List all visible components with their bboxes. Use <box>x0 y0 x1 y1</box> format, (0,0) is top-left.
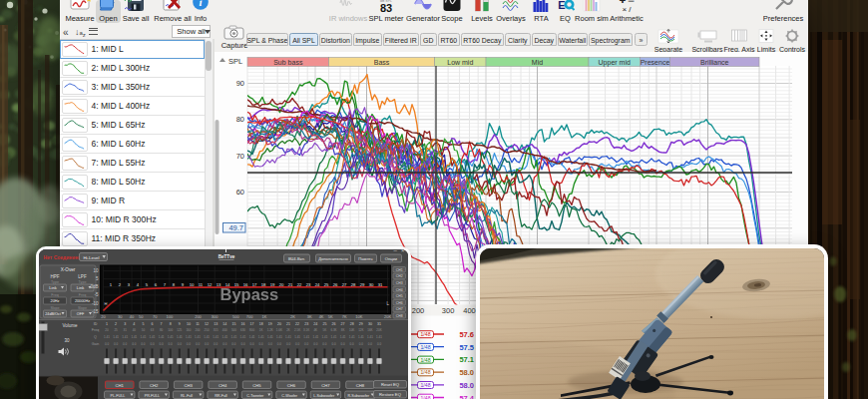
svg-text:1: 1 <box>106 322 108 326</box>
svg-text:0.0: 0.0 <box>168 342 173 346</box>
svg-text:L-Subwoofer: L-Subwoofer <box>313 393 335 397</box>
svg-text:0.0: 0.0 <box>304 342 309 346</box>
svg-text:1/48: 1/48 <box>420 395 430 399</box>
svg-text:0.0: 0.0 <box>123 342 128 346</box>
svg-text:0.0: 0.0 <box>249 342 254 346</box>
svg-text:15: 15 <box>233 281 238 286</box>
svg-text:500: 500 <box>230 328 235 332</box>
svg-text:31: 31 <box>123 328 127 332</box>
svg-text:315: 315 <box>213 328 217 332</box>
svg-text:Low mid: Low mid <box>447 59 473 66</box>
svg-text:0.0: 0.0 <box>150 342 155 346</box>
svg-text:CH3: CH3 <box>395 280 402 284</box>
svg-text:500: 500 <box>231 314 238 319</box>
svg-text:0.0: 0.0 <box>285 342 290 346</box>
svg-text:19: 19 <box>267 322 271 326</box>
svg-text:300: 300 <box>211 314 217 319</box>
svg-text:Freq: Freq <box>91 328 98 332</box>
svg-text:0.0: 0.0 <box>214 342 218 346</box>
svg-text:22: 22 <box>295 322 299 326</box>
svg-text:50: 50 <box>139 314 144 319</box>
svg-text:23: 23 <box>305 281 310 286</box>
svg-text:PL-FULL: PL-FULL <box>110 393 125 397</box>
svg-text:630: 630 <box>239 328 244 332</box>
svg-text:70: 70 <box>236 152 244 161</box>
svg-text:CH3: CH3 <box>184 382 193 387</box>
svg-text:11: 11 <box>198 281 203 286</box>
svg-text:5K: 5K <box>327 314 332 319</box>
svg-text:12: 12 <box>207 281 212 286</box>
svg-text:57.4: 57.4 <box>459 394 474 399</box>
svg-text:49.7: 49.7 <box>228 223 243 232</box>
svg-text:1.41: 1.41 <box>140 335 146 339</box>
svg-text:1.41: 1.41 <box>248 335 254 339</box>
svg-text:7K: 7K <box>341 314 346 319</box>
svg-text:10: 10 <box>93 268 99 273</box>
svg-text:1.2K: 1.2K <box>266 328 272 332</box>
svg-text:200: 200 <box>195 314 202 319</box>
svg-text:Type: Type <box>78 279 86 283</box>
svg-text:14: 14 <box>224 281 229 286</box>
svg-text:2.5K: 2.5K <box>294 328 300 332</box>
svg-text:8K: 8K <box>340 328 344 332</box>
svg-text:PR-FULL: PR-FULL <box>144 393 159 397</box>
svg-text:26: 26 <box>331 322 335 326</box>
svg-text:H: H <box>104 300 107 305</box>
svg-text:Restore EQ: Restore EQ <box>379 392 402 397</box>
svg-text:0dB: 0dB <box>90 284 98 289</box>
svg-text:13: 13 <box>216 281 220 286</box>
svg-text:RR-Full: RR-Full <box>215 393 227 397</box>
svg-text:1.41: 1.41 <box>230 335 236 339</box>
svg-text:24dB/Oct: 24dB/Oct <box>45 312 60 316</box>
svg-text:ВЧ4-Вкл.: ВЧ4-Вкл. <box>287 255 304 260</box>
svg-text:8: 8 <box>169 322 171 326</box>
svg-text:5: 5 <box>142 322 144 326</box>
svg-text:60: 60 <box>236 188 244 197</box>
svg-text:Нет Соединения: Нет Соединения <box>43 254 84 260</box>
svg-text:1.41: 1.41 <box>122 335 128 339</box>
svg-text:6: 6 <box>151 322 153 326</box>
svg-text:4K: 4K <box>313 328 317 332</box>
svg-text:7: 7 <box>160 322 162 326</box>
svg-text:0.0: 0.0 <box>177 342 182 346</box>
svg-text:12: 12 <box>205 322 209 326</box>
svg-text:1.41: 1.41 <box>257 335 263 339</box>
svg-text:Freq: Freq <box>78 292 85 296</box>
svg-text:20: 20 <box>276 322 280 326</box>
svg-text:26: 26 <box>332 281 337 286</box>
svg-text:30: 30 <box>117 314 122 319</box>
svg-text:1/48: 1/48 <box>420 331 430 337</box>
svg-text:CH5: CH5 <box>395 294 402 298</box>
svg-text:CH8: CH8 <box>395 313 402 317</box>
svg-text:CH8: CH8 <box>355 382 364 387</box>
svg-text:Mid: Mid <box>532 59 543 66</box>
svg-text:1.41: 1.41 <box>176 335 182 339</box>
svg-text:HPF: HPF <box>50 273 59 278</box>
svg-text:0.0: 0.0 <box>313 342 318 346</box>
svg-text:1.41: 1.41 <box>195 335 201 339</box>
svg-text:0.0: 0.0 <box>114 342 119 346</box>
svg-text:Slope: Slope <box>77 305 86 309</box>
svg-text:Bass: Bass <box>374 59 390 66</box>
svg-text:1/48: 1/48 <box>420 344 430 350</box>
svg-text:3.1K: 3.1K <box>303 328 309 332</box>
svg-text:Gain: Gain <box>91 342 99 346</box>
svg-text:25: 25 <box>322 322 326 326</box>
svg-text:9: 9 <box>178 322 180 326</box>
svg-text:1/48: 1/48 <box>420 382 430 388</box>
svg-text:400: 400 <box>463 306 476 315</box>
svg-text:0.0: 0.0 <box>186 342 191 346</box>
svg-text:1.41: 1.41 <box>285 335 291 339</box>
svg-text:23: 23 <box>304 322 308 326</box>
svg-text:CH2: CH2 <box>149 382 158 387</box>
svg-text:1.41: 1.41 <box>113 335 119 339</box>
svg-text:200: 200 <box>412 306 425 315</box>
svg-text:Память: Память <box>358 255 372 260</box>
svg-text:0.0: 0.0 <box>367 342 372 346</box>
svg-text:Volume: Volume <box>62 322 78 327</box>
svg-text:Brilliance: Brilliance <box>700 59 729 66</box>
svg-text:5K: 5K <box>322 328 326 332</box>
svg-text:13: 13 <box>214 322 217 326</box>
svg-text:1.41: 1.41 <box>357 335 363 339</box>
svg-text:Опции: Опции <box>384 255 396 260</box>
